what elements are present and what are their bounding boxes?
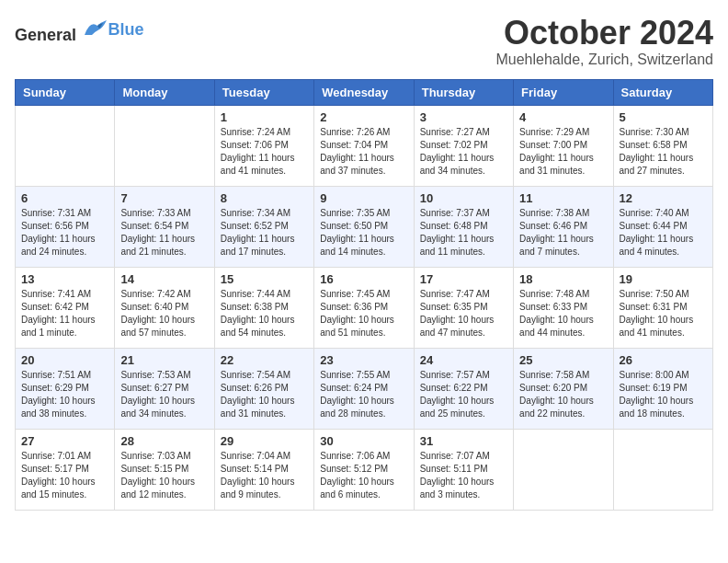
cell-content: Sunrise: 7:29 AM Sunset: 7:00 PM Dayligh…	[519, 126, 607, 178]
cell-content: Sunrise: 7:07 AM Sunset: 5:11 PM Dayligh…	[420, 450, 507, 501]
day-number: 21	[120, 353, 208, 367]
cell-content: Sunrise: 7:30 AM Sunset: 6:58 PM Dayligh…	[620, 126, 707, 178]
calendar-cell: 3Sunrise: 7:27 AM Sunset: 7:02 PM Daylig…	[414, 105, 513, 186]
cell-content: Sunrise: 7:51 AM Sunset: 6:29 PM Dayligh…	[21, 369, 108, 420]
weekday-header-sunday: Sunday	[16, 79, 115, 105]
cell-content: Sunrise: 7:50 AM Sunset: 6:31 PM Dayligh…	[620, 288, 707, 339]
cell-content: Sunrise: 7:58 AM Sunset: 6:20 PM Dayligh…	[519, 369, 607, 420]
cell-content: Sunrise: 7:47 AM Sunset: 6:35 PM Dayligh…	[420, 288, 507, 339]
day-number: 4	[519, 110, 607, 124]
cell-content: Sunrise: 7:26 AM Sunset: 7:04 PM Dayligh…	[320, 126, 407, 178]
day-number: 20	[21, 353, 108, 367]
calendar-cell: 1Sunrise: 7:24 AM Sunset: 7:06 PM Daylig…	[214, 105, 313, 186]
calendar-cell: 7Sunrise: 7:33 AM Sunset: 6:54 PM Daylig…	[115, 186, 214, 267]
title-area: October 2024 Muehlehalde, Zurich, Switze…	[495, 15, 713, 68]
cell-content: Sunrise: 7:53 AM Sunset: 6:27 PM Dayligh…	[120, 369, 208, 420]
calendar-table: SundayMondayTuesdayWednesdayThursdayFrid…	[15, 79, 713, 511]
calendar-cell: 23Sunrise: 7:55 AM Sunset: 6:24 PM Dayli…	[314, 348, 414, 429]
calendar-cell	[115, 105, 214, 186]
day-number: 27	[21, 434, 108, 448]
calendar-cell: 17Sunrise: 7:47 AM Sunset: 6:35 PM Dayli…	[414, 267, 513, 348]
day-number: 6	[21, 191, 108, 205]
day-number: 23	[320, 353, 407, 367]
calendar-cell: 11Sunrise: 7:38 AM Sunset: 6:46 PM Dayli…	[514, 186, 613, 267]
calendar-cell: 14Sunrise: 7:42 AM Sunset: 6:40 PM Dayli…	[115, 267, 214, 348]
logo-blue-text: Blue	[108, 20, 144, 40]
calendar-cell: 2Sunrise: 7:26 AM Sunset: 7:04 PM Daylig…	[314, 105, 414, 186]
day-number: 25	[519, 353, 607, 367]
calendar-week-1: 1Sunrise: 7:24 AM Sunset: 7:06 PM Daylig…	[16, 105, 713, 186]
cell-content: Sunrise: 7:40 AM Sunset: 6:44 PM Dayligh…	[620, 207, 707, 259]
calendar-cell: 21Sunrise: 7:53 AM Sunset: 6:27 PM Dayli…	[115, 348, 214, 429]
cell-content: Sunrise: 7:37 AM Sunset: 6:48 PM Dayligh…	[420, 207, 507, 259]
day-number: 5	[620, 110, 707, 124]
weekday-header-row: SundayMondayTuesdayWednesdayThursdayFrid…	[16, 79, 713, 105]
cell-content: Sunrise: 7:54 AM Sunset: 6:26 PM Dayligh…	[221, 369, 308, 420]
calendar-cell: 8Sunrise: 7:34 AM Sunset: 6:52 PM Daylig…	[214, 186, 313, 267]
calendar-cell	[613, 429, 712, 510]
cell-content: Sunrise: 7:42 AM Sunset: 6:40 PM Dayligh…	[120, 288, 208, 339]
weekday-header-saturday: Saturday	[613, 79, 712, 105]
calendar-cell: 5Sunrise: 7:30 AM Sunset: 6:58 PM Daylig…	[613, 105, 712, 186]
day-number: 30	[320, 434, 407, 448]
weekday-header-thursday: Thursday	[414, 79, 513, 105]
weekday-header-monday: Monday	[115, 79, 214, 105]
day-number: 24	[420, 353, 507, 367]
day-number: 28	[120, 434, 208, 448]
day-number: 31	[420, 434, 507, 448]
cell-content: Sunrise: 7:48 AM Sunset: 6:33 PM Dayligh…	[519, 288, 607, 339]
cell-content: Sunrise: 7:04 AM Sunset: 5:14 PM Dayligh…	[221, 450, 308, 501]
day-number: 3	[420, 110, 507, 124]
day-number: 10	[420, 191, 507, 205]
cell-content: Sunrise: 7:31 AM Sunset: 6:56 PM Dayligh…	[21, 207, 108, 259]
weekday-header-tuesday: Tuesday	[214, 79, 313, 105]
calendar-week-3: 13Sunrise: 7:41 AM Sunset: 6:42 PM Dayli…	[16, 267, 713, 348]
day-number: 22	[221, 353, 308, 367]
calendar-cell: 13Sunrise: 7:41 AM Sunset: 6:42 PM Dayli…	[16, 267, 115, 348]
calendar-cell: 22Sunrise: 7:54 AM Sunset: 6:26 PM Dayli…	[214, 348, 313, 429]
calendar-cell: 9Sunrise: 7:35 AM Sunset: 6:50 PM Daylig…	[314, 186, 414, 267]
logo-general-text: General	[15, 26, 76, 44]
day-number: 16	[320, 272, 407, 286]
cell-content: Sunrise: 7:38 AM Sunset: 6:46 PM Dayligh…	[519, 207, 607, 259]
calendar-cell: 25Sunrise: 7:58 AM Sunset: 6:20 PM Dayli…	[514, 348, 613, 429]
location-title: Muehlehalde, Zurich, Switzerland	[495, 52, 713, 68]
calendar-cell: 15Sunrise: 7:44 AM Sunset: 6:38 PM Dayli…	[214, 267, 313, 348]
day-number: 11	[519, 191, 607, 205]
logo: General Blue	[15, 15, 144, 45]
day-number: 7	[120, 191, 208, 205]
calendar-cell: 27Sunrise: 7:01 AM Sunset: 5:17 PM Dayli…	[16, 429, 115, 510]
cell-content: Sunrise: 7:57 AM Sunset: 6:22 PM Dayligh…	[420, 369, 507, 420]
calendar-cell: 28Sunrise: 7:03 AM Sunset: 5:15 PM Dayli…	[115, 429, 214, 510]
weekday-header-friday: Friday	[514, 79, 613, 105]
day-number: 18	[519, 272, 607, 286]
calendar-cell: 10Sunrise: 7:37 AM Sunset: 6:48 PM Dayli…	[414, 186, 513, 267]
cell-content: Sunrise: 7:01 AM Sunset: 5:17 PM Dayligh…	[21, 450, 108, 501]
calendar-cell: 29Sunrise: 7:04 AM Sunset: 5:14 PM Dayli…	[214, 429, 313, 510]
cell-content: Sunrise: 7:35 AM Sunset: 6:50 PM Dayligh…	[320, 207, 407, 259]
logo-bird-icon	[83, 15, 108, 40]
day-number: 26	[620, 353, 707, 367]
cell-content: Sunrise: 7:33 AM Sunset: 6:54 PM Dayligh…	[120, 207, 208, 259]
day-number: 9	[320, 191, 407, 205]
day-number: 14	[120, 272, 208, 286]
calendar-week-4: 20Sunrise: 7:51 AM Sunset: 6:29 PM Dayli…	[16, 348, 713, 429]
cell-content: Sunrise: 7:45 AM Sunset: 6:36 PM Dayligh…	[320, 288, 407, 339]
calendar-cell: 19Sunrise: 7:50 AM Sunset: 6:31 PM Dayli…	[613, 267, 712, 348]
cell-content: Sunrise: 7:41 AM Sunset: 6:42 PM Dayligh…	[21, 288, 108, 339]
calendar-cell: 16Sunrise: 7:45 AM Sunset: 6:36 PM Dayli…	[314, 267, 414, 348]
calendar-cell: 12Sunrise: 7:40 AM Sunset: 6:44 PM Dayli…	[613, 186, 712, 267]
calendar-cell: 30Sunrise: 7:06 AM Sunset: 5:12 PM Dayli…	[314, 429, 414, 510]
calendar-cell: 26Sunrise: 8:00 AM Sunset: 6:19 PM Dayli…	[613, 348, 712, 429]
calendar-cell: 24Sunrise: 7:57 AM Sunset: 6:22 PM Dayli…	[414, 348, 513, 429]
calendar-cell	[16, 105, 115, 186]
day-number: 2	[320, 110, 407, 124]
weekday-header-wednesday: Wednesday	[314, 79, 414, 105]
cell-content: Sunrise: 7:06 AM Sunset: 5:12 PM Dayligh…	[320, 450, 407, 501]
calendar-cell: 6Sunrise: 7:31 AM Sunset: 6:56 PM Daylig…	[16, 186, 115, 267]
cell-content: Sunrise: 7:24 AM Sunset: 7:06 PM Dayligh…	[221, 126, 308, 178]
day-number: 12	[620, 191, 707, 205]
day-number: 19	[620, 272, 707, 286]
day-number: 15	[221, 272, 308, 286]
day-number: 29	[221, 434, 308, 448]
